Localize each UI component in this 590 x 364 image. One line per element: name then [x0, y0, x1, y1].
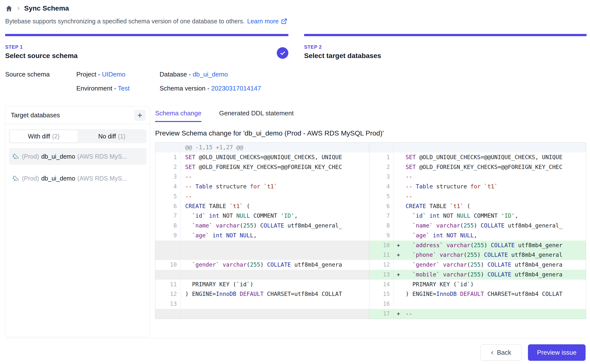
code-line: ) ENGINE=InnoDB DEFAULT CHARSET=utf8mb4 …: [394, 289, 586, 299]
line-number: 12: [155, 289, 181, 299]
diff-line-new: 9 `age` int NOT NULL,: [369, 231, 586, 241]
line-number: 15: [369, 289, 394, 299]
step1-header: STEP 1 Select source schema: [5, 44, 78, 60]
preview-title: Preview Schema change for 'db_ui_demo (P…: [155, 129, 586, 137]
line-number: 8: [369, 221, 394, 231]
code-line: `age` int NOT NULL,: [394, 231, 586, 241]
mysql-icon: [12, 175, 20, 182]
code-line: `name` varchar(255) COLLATE utf8mb4_gene…: [394, 221, 586, 231]
line-number: 9: [369, 231, 394, 241]
source-schema-label: Source schema: [5, 71, 76, 78]
diff-row: 2SET @OLD_FOREIGN_KEY_CHECKS=@@FOREIGN_K…: [155, 162, 586, 172]
diff-line-old: 7 `id` int NOT NULL COMMENT 'ID',: [155, 211, 369, 221]
line-number: [155, 250, 181, 260]
code-line: + `address` varchar(255) COLLATE utf8mb4…: [394, 241, 586, 250]
diff-row: 7 `id` int NOT NULL COMMENT 'ID',7 `id` …: [155, 211, 586, 221]
schema-version-link[interactable]: 20230317014147: [211, 85, 261, 92]
code-line: `gender` varchar(255) COLLATE utf8mb4_ge…: [181, 260, 369, 270]
diff-line-new: [369, 143, 586, 152]
line-number: 11: [369, 250, 394, 260]
target-database-item[interactable]: (Prod)db_ui_demo(AWS RDS MyS...: [9, 170, 147, 187]
code-line: [181, 309, 369, 319]
diff-row: @@ -1,15 +1,27 @@: [155, 143, 586, 152]
diff-line-old: @@ -1,15 +1,27 @@: [155, 143, 369, 152]
diff-line-old: 3--: [155, 172, 369, 182]
diff-line-old: 12) ENGINE=InnoDB DEFAULT CHARSET=utf8mb…: [155, 289, 369, 299]
code-line: `id` int NOT NULL COMMENT 'ID',: [181, 211, 369, 221]
database-environment: (Prod): [22, 153, 39, 160]
line-number: [155, 241, 181, 250]
diff-line-old: 6CREATE TABLE `t1` (: [155, 201, 369, 211]
mysql-icon: [12, 153, 20, 160]
diff-row: 6CREATE TABLE `t1` (6CREATE TABLE `t1` (: [155, 201, 586, 211]
step1-progress-bar: [5, 34, 288, 36]
environment-link[interactable]: Test: [118, 85, 130, 92]
external-link-icon: [281, 18, 287, 25]
step1-completed-check-icon: [277, 47, 288, 59]
code-line: --: [394, 192, 586, 201]
database-name: db_ui_demo: [41, 153, 75, 160]
diff-line-new: 16: [369, 299, 586, 309]
project-link[interactable]: UIDemo: [102, 71, 125, 78]
diff-line-old: 13: [155, 299, 369, 309]
diff-rows: @@ -1,15 +1,27 @@1SET @OLD_UNIQUE_CHECKS…: [155, 143, 586, 319]
diff-line-new: 8 `name` varchar(255) COLLATE utf8mb4_ge…: [369, 221, 586, 231]
diff-line-new: 17+--: [369, 309, 586, 319]
preview-issue-button[interactable]: Preview issue: [528, 344, 586, 361]
tab-schema-change[interactable]: Schema change: [155, 109, 201, 122]
diff-line-new: 2SET @OLD_FOREIGN_KEY_CHECKS=@@FOREIGN_K…: [369, 162, 586, 172]
description-text: Bytebase supports synchronizing a specif…: [5, 18, 245, 25]
breadcrumb: › Sync Schema: [5, 3, 69, 14]
code-line: SET @OLD_FOREIGN_KEY_CHECKS=@@FOREIGN_KE…: [181, 162, 369, 172]
source-project-field: Project - UIDemo: [76, 71, 160, 78]
diff-line-old: 9 `age` int NOT NULL,: [155, 231, 369, 241]
line-number: [369, 143, 394, 152]
code-line: `id` int NOT NULL COMMENT 'ID',: [394, 211, 586, 221]
code-line: [394, 299, 586, 309]
line-number: 10: [369, 241, 394, 250]
code-line: PRIMARY KEY (`id`): [181, 280, 369, 289]
diff-line-old: 1SET @OLD_UNIQUE_CHECKS=@@UNIQUE_CHECKS,…: [155, 152, 369, 162]
learn-more-link[interactable]: Learn more: [247, 18, 287, 25]
code-line: --: [181, 192, 369, 201]
diff-row: 9 `age` int NOT NULL,9 `age` int NOT NUL…: [155, 231, 586, 241]
line-number: 16: [369, 299, 394, 309]
add-target-database-button[interactable]: +: [134, 110, 146, 121]
target-databases-panel: Target databases + With diff (2) No diff…: [5, 106, 150, 337]
target-database-item[interactable]: (Prod)db_ui_demo(AWS RDS MyS...: [9, 148, 147, 165]
code-line: `gender` varchar(255) COLLATE utf8mb4_ge…: [394, 260, 586, 270]
tab-no-diff[interactable]: No diff (1): [78, 130, 146, 143]
code-line: --: [181, 172, 369, 182]
tab-with-diff[interactable]: With diff (2): [10, 130, 78, 143]
home-icon[interactable]: [5, 5, 13, 12]
line-number: 6: [369, 201, 394, 211]
line-number: 3: [369, 172, 394, 182]
page-title: Sync Schema: [24, 4, 69, 12]
line-number: 7: [155, 211, 181, 221]
diff-line-old: [155, 241, 369, 250]
line-number: 5: [155, 192, 181, 201]
diff-row: 1316: [155, 299, 586, 309]
schema-diff-viewer[interactable]: @@ -1,15 +1,27 @@1SET @OLD_UNIQUE_CHECKS…: [155, 142, 586, 319]
diff-line-old: 2SET @OLD_FOREIGN_KEY_CHECKS=@@FOREIGN_K…: [155, 162, 369, 172]
code-line: [181, 299, 369, 309]
line-number: 9: [155, 231, 181, 241]
step2-label: STEP 2: [304, 44, 381, 50]
diff-line-new: 4-- Table structure for `t1`: [369, 182, 586, 192]
diff-line-old: 4-- Table structure for `t1`: [155, 182, 369, 192]
code-line: CREATE TABLE `t1` (: [394, 201, 586, 211]
preview-tabs: Schema change Generated DDL statement: [155, 109, 586, 122]
preview-panel: Schema change Generated DDL statement Pr…: [155, 109, 586, 319]
database-link[interactable]: db_ui_demo: [193, 71, 228, 78]
diff-filter-tabs: With diff (2) No diff (1): [9, 129, 147, 143]
tab-generated-ddl[interactable]: Generated DDL statement: [219, 109, 294, 122]
back-button[interactable]: ‹ Back: [480, 344, 522, 361]
target-databases-header: Target databases +: [5, 106, 150, 124]
diff-line-old: 10 `gender` varchar(255) COLLATE utf8mb4…: [155, 260, 369, 270]
code-line: [181, 250, 369, 260]
line-number: 4: [155, 182, 181, 192]
line-number: 17: [369, 309, 394, 319]
diff-row: 11 PRIMARY KEY (`id`)14 PRIMARY KEY (`id…: [155, 280, 586, 289]
code-line: PRIMARY KEY (`id`): [394, 280, 586, 289]
diff-line-old: 8 `name` varchar(255) COLLATE utf8mb4_ge…: [155, 221, 369, 231]
